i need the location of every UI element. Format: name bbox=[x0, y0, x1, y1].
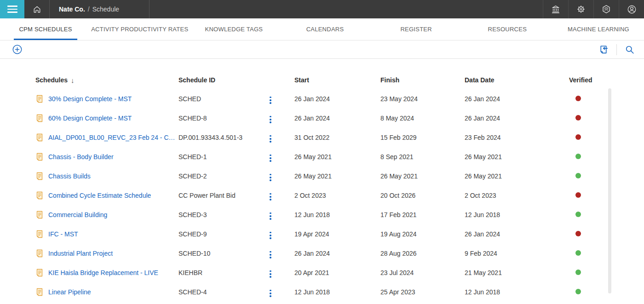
menu-button[interactable] bbox=[0, 0, 24, 18]
import-schedule-button[interactable] bbox=[597, 43, 610, 56]
verified-status-dot bbox=[575, 134, 581, 140]
start-date: 26 May 2021 bbox=[294, 172, 332, 180]
breadcrumb-company[interactable]: Nate Co. bbox=[59, 6, 85, 13]
bank-icon bbox=[551, 5, 560, 14]
tab-register[interactable]: REGISTER bbox=[371, 18, 462, 40]
note-icon bbox=[35, 172, 44, 180]
note-icon bbox=[35, 191, 44, 200]
schedule-id: SCHED-10 bbox=[178, 250, 210, 257]
schedule-id: SCHED-4 bbox=[178, 288, 207, 296]
row-menu-button[interactable] bbox=[267, 95, 274, 106]
schedule-id: DP.001.93343.4.501-3 bbox=[178, 134, 242, 141]
schedule-name-link[interactable]: Commercial Building bbox=[48, 211, 107, 218]
schedule-name-link[interactable]: Chassis - Body Builder bbox=[48, 153, 114, 161]
table-row: 60% Design Complete - MST SCHED-8 26 Jan… bbox=[35, 109, 615, 128]
row-menu-button[interactable] bbox=[267, 133, 274, 144]
data-date: 21 May 2021 bbox=[465, 269, 502, 276]
schedule-name-link[interactable]: 60% Design Complete - MST bbox=[48, 115, 132, 122]
tab-calendars[interactable]: CALENDARS bbox=[279, 18, 370, 40]
table-row: Linear Pipeline SCHED-4 12 Jun 2018 25 A… bbox=[35, 282, 615, 302]
tab-label: CALENDARS bbox=[306, 26, 344, 33]
verified-status-dot bbox=[575, 192, 581, 198]
tab-knowledge-tags[interactable]: KNOWLEDGE TAGS bbox=[188, 18, 279, 40]
verified-status-dot bbox=[575, 250, 581, 256]
start-date: 26 May 2021 bbox=[294, 153, 332, 161]
column-header-schedule-id[interactable]: Schedule ID bbox=[178, 71, 258, 89]
home-button[interactable] bbox=[24, 0, 49, 18]
note-icon bbox=[35, 211, 44, 219]
verified-status-dot bbox=[575, 96, 581, 101]
settings-button[interactable] bbox=[568, 0, 593, 18]
row-menu-button[interactable] bbox=[267, 269, 274, 280]
row-menu-button[interactable] bbox=[267, 114, 274, 125]
schedule-name-link[interactable]: Chassis Builds bbox=[48, 172, 91, 180]
column-header-data-date[interactable]: Data Date bbox=[465, 71, 569, 89]
verified-status-dot bbox=[575, 231, 581, 236]
data-date: 26 Jan 2024 bbox=[465, 230, 500, 238]
table-row: Chassis Builds SCHED-2 26 May 2021 26 Ma… bbox=[35, 166, 615, 186]
verified-status-dot bbox=[575, 115, 581, 120]
row-menu-button[interactable] bbox=[267, 249, 274, 260]
schedule-name-link[interactable]: IFC - MST bbox=[48, 230, 78, 238]
note-icon bbox=[35, 249, 44, 258]
import-icon bbox=[598, 44, 609, 55]
schedule-name-link[interactable]: KIE Haisla Bridge Replacement - LIVE bbox=[48, 269, 158, 276]
schedule-name-link[interactable]: Industrial Plant Project bbox=[48, 250, 113, 257]
schedule-name-link[interactable]: Linear Pipeline bbox=[48, 288, 91, 296]
finish-date: 23 Jul 2024 bbox=[380, 269, 414, 276]
kebab-icon bbox=[270, 116, 271, 118]
toolbar-divider bbox=[616, 44, 617, 55]
column-header-finish[interactable]: Finish bbox=[380, 71, 465, 89]
vertical-scrollbar[interactable] bbox=[608, 88, 611, 293]
column-header-row-menu bbox=[258, 71, 294, 89]
add-schedule-button[interactable] bbox=[11, 43, 23, 56]
row-menu-button[interactable] bbox=[267, 230, 274, 241]
row-menu-button[interactable] bbox=[267, 288, 274, 299]
tab-machine-learning[interactable]: MACHINE LEARNING bbox=[553, 18, 644, 40]
kebab-icon bbox=[270, 290, 271, 292]
data-date: 23 Feb 2024 bbox=[465, 134, 501, 141]
bank-button[interactable] bbox=[543, 0, 568, 18]
schedule-name-link[interactable]: Combined Cycle Estimate Schedule bbox=[48, 192, 151, 199]
finish-date: 28 Aug 2026 bbox=[380, 250, 417, 257]
data-date: 26 Jan 2024 bbox=[465, 115, 500, 122]
table-row: AIAL_DP001_BL00_REVC_23 Feb 24 - Cos... … bbox=[35, 128, 615, 147]
tab-label: CPM SCHEDULES bbox=[19, 26, 72, 33]
table-header-row: Schedules ↓ Schedule ID Start Finish Dat… bbox=[35, 71, 615, 89]
column-header-start[interactable]: Start bbox=[294, 71, 380, 89]
app-logo-button[interactable] bbox=[593, 0, 619, 18]
topbar-spacer bbox=[150, 0, 543, 18]
schedule-id: SCHED-1 bbox=[178, 153, 207, 161]
row-menu-button[interactable] bbox=[267, 153, 274, 164]
finish-date: 23 May 2024 bbox=[380, 95, 418, 103]
tab-resources[interactable]: RESOURCES bbox=[462, 18, 553, 40]
verified-status-dot bbox=[575, 173, 581, 178]
schedule-id: SCHED bbox=[178, 95, 201, 103]
schedule-id: KIEHBR bbox=[178, 269, 202, 276]
kebab-icon bbox=[270, 97, 271, 98]
kebab-icon bbox=[270, 135, 271, 137]
start-date: 12 Jun 2018 bbox=[294, 288, 330, 296]
column-header-schedules[interactable]: Schedules ↓ bbox=[35, 71, 178, 89]
schedule-name-link[interactable]: 30% Design Complete - MST bbox=[48, 95, 132, 103]
data-date: 9 Feb 2024 bbox=[465, 250, 497, 257]
tab-label: KNOWLEDGE TAGS bbox=[205, 26, 263, 33]
column-header-verified[interactable]: Verified bbox=[569, 71, 615, 89]
start-date: 31 Oct 2022 bbox=[294, 134, 329, 141]
schedule-name-link[interactable]: AIAL_DP001_BL00_REVC_23 Feb 24 - Cos... bbox=[48, 134, 176, 141]
schedules-table: Schedules ↓ Schedule ID Start Finish Dat… bbox=[35, 71, 615, 302]
finish-date: 8 Sep 2021 bbox=[380, 153, 414, 161]
verified-status-dot bbox=[575, 212, 581, 217]
column-header-label: Schedules bbox=[35, 76, 68, 84]
search-button[interactable] bbox=[624, 44, 636, 56]
row-menu-button[interactable] bbox=[267, 211, 274, 222]
note-icon bbox=[35, 230, 44, 238]
account-button[interactable] bbox=[619, 0, 644, 18]
row-menu-button[interactable] bbox=[267, 191, 274, 202]
finish-date: 25 Apr 2023 bbox=[380, 288, 415, 296]
search-icon bbox=[625, 45, 635, 55]
tab-activity-productivity-rates[interactable]: ACTIVITY PRODUCTIVITY RATES bbox=[91, 18, 188, 40]
row-menu-button[interactable] bbox=[267, 172, 274, 183]
tab-cpm-schedules[interactable]: CPM SCHEDULES bbox=[0, 18, 91, 40]
add-icon bbox=[12, 44, 23, 55]
